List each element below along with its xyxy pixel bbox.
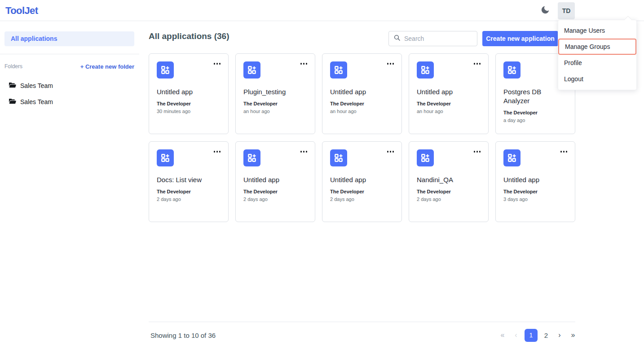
- card-menu-icon[interactable]: [213, 149, 222, 154]
- app-name: Untitled app: [243, 175, 307, 184]
- app-icon: [157, 61, 174, 79]
- card-menu-icon[interactable]: [386, 149, 395, 154]
- menu-item-manage-groups[interactable]: Manage Groups: [558, 39, 636, 55]
- pagination-page-1[interactable]: 1: [525, 329, 538, 342]
- card-menu-icon[interactable]: [473, 149, 482, 154]
- all-applications-label: All applications: [4, 31, 134, 46]
- user-avatar[interactable]: TD: [558, 2, 575, 19]
- app-author: The Developer: [503, 189, 567, 194]
- card-menu-icon[interactable]: [300, 61, 309, 66]
- app-card[interactable]: Untitled app The Developer 30 minutes ag…: [149, 53, 229, 134]
- app-updated: 2 days ago: [417, 197, 481, 202]
- app-icon: [157, 149, 174, 166]
- app-icon: [417, 149, 434, 166]
- create-new-folder-link[interactable]: + Create new folder: [80, 63, 134, 70]
- folders-header: Folders + Create new folder: [4, 62, 134, 70]
- search-input[interactable]: [404, 35, 467, 42]
- menu-item-manage-users[interactable]: Manage Users: [558, 22, 636, 39]
- app-updated: 30 minutes ago: [157, 109, 221, 114]
- page-title: All applications (36): [149, 31, 229, 41]
- card-menu-icon[interactable]: [213, 61, 222, 66]
- app-card[interactable]: Plugin_testing The Developer an hour ago: [235, 53, 315, 134]
- app-card[interactable]: Untitled app The Developer an hour ago: [322, 53, 402, 134]
- folder-item-sales-team-2[interactable]: Sales Team: [9, 98, 53, 105]
- app-name: Untitled app: [417, 87, 481, 96]
- folder-icon: [9, 82, 16, 89]
- app-updated: an hour ago: [243, 109, 307, 114]
- app-card[interactable]: Untitled app The Developer 2 days ago: [322, 141, 402, 222]
- app-updated: a day ago: [503, 118, 567, 123]
- dark-mode-toggle[interactable]: [539, 5, 551, 17]
- app-updated: 3 days ago: [503, 197, 567, 202]
- app-icon: [503, 61, 520, 79]
- app-name: Docs: List view: [157, 175, 221, 184]
- app-card[interactable]: Untitled app The Developer 2 days ago: [235, 141, 315, 222]
- app-card[interactable]: Untitled app The Developer 3 days ago: [495, 141, 575, 222]
- folder-name: Sales Team: [20, 98, 53, 105]
- app-updated: an hour ago: [330, 109, 394, 114]
- moon-icon: [540, 5, 550, 17]
- app-author: The Developer: [243, 101, 307, 106]
- folder-name: Sales Team: [20, 82, 53, 89]
- card-menu-icon[interactable]: [300, 149, 309, 154]
- app-icon: [243, 149, 260, 166]
- card-menu-icon[interactable]: [386, 61, 395, 66]
- search-box[interactable]: [388, 31, 477, 46]
- folder-item-sales-team-1[interactable]: Sales Team: [9, 82, 53, 89]
- app-author: The Developer: [417, 101, 481, 106]
- app-card[interactable]: Nandini_QA The Developer 2 days ago: [409, 141, 489, 222]
- app-author: The Developer: [503, 110, 567, 115]
- pagination: « ‹ 1 2 › »: [498, 328, 578, 342]
- app-author: The Developer: [157, 189, 221, 194]
- tooljet-logo[interactable]: ToolJet: [5, 5, 38, 17]
- app-name: Postgres DB Analyzer: [503, 87, 567, 105]
- user-dropdown-menu: Manage Users Manage Groups Profile Logou…: [558, 20, 637, 90]
- folder-icon: [9, 98, 16, 105]
- app-icon: [243, 61, 260, 79]
- pagination-summary: Showing 1 to 10 of 36: [150, 332, 216, 339]
- card-menu-icon[interactable]: [560, 149, 569, 154]
- app-updated: an hour ago: [417, 109, 481, 114]
- menu-item-profile[interactable]: Profile: [558, 55, 636, 71]
- app-updated: 2 days ago: [330, 197, 394, 202]
- app-icon: [330, 61, 347, 79]
- app-updated: 2 days ago: [243, 197, 307, 202]
- sidebar-item-all-applications[interactable]: All applications: [4, 31, 134, 46]
- sidebar-divider: [0, 54, 139, 54]
- footer-divider: [149, 322, 575, 322]
- app-card[interactable]: Untitled app The Developer an hour ago: [409, 53, 489, 134]
- app-name: Untitled app: [330, 175, 394, 184]
- pagination-prev-button[interactable]: ‹: [511, 328, 521, 342]
- menu-item-logout[interactable]: Logout: [558, 71, 636, 87]
- app-name: Untitled app: [503, 175, 567, 184]
- app-author: The Developer: [330, 189, 394, 194]
- app-author: The Developer: [157, 101, 221, 106]
- app-grid: Untitled app The Developer 30 minutes ag…: [149, 53, 575, 222]
- create-new-application-button[interactable]: Create new application: [482, 31, 558, 46]
- app-name: Untitled app: [157, 87, 221, 96]
- app-author: The Developer: [330, 101, 394, 106]
- app-name: Untitled app: [330, 87, 394, 96]
- pagination-page-2[interactable]: 2: [541, 328, 551, 342]
- pagination-last-button[interactable]: »: [568, 328, 578, 342]
- app-name: Plugin_testing: [243, 87, 307, 96]
- card-menu-icon[interactable]: [473, 61, 482, 66]
- pagination-next-button[interactable]: ›: [555, 328, 565, 342]
- folders-label: Folders: [4, 63, 22, 70]
- app-icon: [417, 61, 434, 79]
- top-header: ToolJet TD: [0, 0, 644, 21]
- search-icon: [393, 34, 401, 43]
- app-card[interactable]: Docs: List view The Developer 2 days ago: [149, 141, 229, 222]
- app-author: The Developer: [417, 189, 481, 194]
- app-updated: 2 days ago: [157, 197, 221, 202]
- app-author: The Developer: [243, 189, 307, 194]
- app-name: Nandini_QA: [417, 175, 481, 184]
- pagination-first-button[interactable]: «: [498, 328, 507, 342]
- app-icon: [330, 149, 347, 166]
- app-icon: [503, 149, 520, 166]
